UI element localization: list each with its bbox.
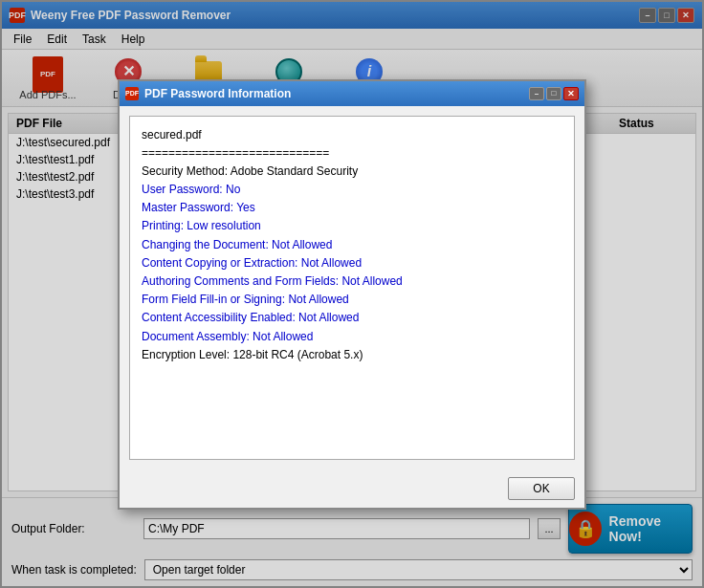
modal-maximize-button[interactable]: □ — [546, 87, 561, 100]
modal-title-left: PDF PDF Password Information — [125, 87, 291, 100]
modal-title-icon: PDF — [125, 87, 139, 100]
modal-text-area: secured.pdf============================S… — [129, 116, 575, 460]
modal-text-line: Form Field Fill-in or Signing: Not Allow… — [142, 291, 562, 309]
ok-button[interactable]: OK — [508, 477, 575, 500]
modal-window: PDF PDF Password Information – □ ✕ secur… — [118, 79, 586, 510]
modal-title-bar: PDF PDF Password Information – □ ✕ — [120, 81, 584, 106]
modal-text-line: Content Copying or Extraction: Not Allow… — [142, 254, 562, 272]
modal-text-line: secured.pdf — [142, 126, 562, 144]
modal-text-line: Printing: Low resolution — [142, 217, 562, 235]
modal-text-line: Changing the Document: Not Allowed — [142, 236, 562, 254]
modal-text-line: ============================ — [142, 144, 562, 163]
modal-minimize-button[interactable]: – — [529, 87, 544, 100]
modal-text-line: User Password: No — [142, 181, 562, 199]
modal-controls: – □ ✕ — [529, 87, 579, 100]
modal-footer: OK — [120, 469, 584, 508]
modal-text-line: Authoring Comments and Form Fields: Not … — [142, 272, 562, 291]
modal-text-line: Master Password: Yes — [142, 199, 562, 217]
modal-close-button[interactable]: ✕ — [563, 87, 579, 100]
modal-text-line: Content Accessibility Enabled: Not Allow… — [142, 309, 562, 327]
modal-text-line: Document Assembly: Not Allowed — [142, 328, 562, 346]
modal-text-line: Security Method: Adobe Standard Security — [142, 163, 562, 181]
modal-text-line: Encryption Level: 128-bit RC4 (Acrobat 5… — [142, 346, 562, 364]
modal-body: secured.pdf============================S… — [120, 106, 584, 469]
modal-overlay: PDF PDF Password Information – □ ✕ secur… — [0, 0, 704, 588]
modal-title: PDF Password Information — [144, 87, 291, 100]
